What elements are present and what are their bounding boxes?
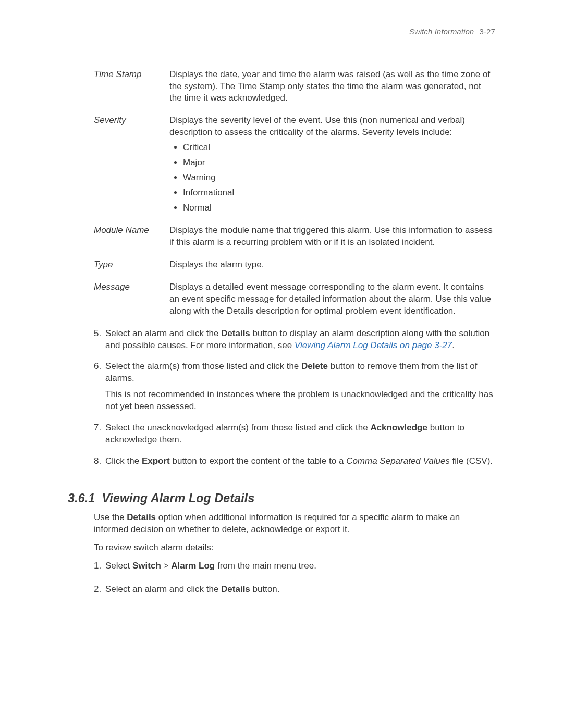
step-8: 8. Click the Export button to export the… bbox=[94, 455, 495, 472]
page: Switch Information 3-27 Time Stamp Displ… bbox=[0, 0, 563, 728]
step-number: 2. bbox=[94, 584, 105, 602]
severity-level: Major bbox=[183, 157, 495, 169]
definition-list: Time Stamp Displays the date, year and t… bbox=[94, 69, 495, 320]
def-term: Type bbox=[94, 259, 169, 271]
def-term: Severity bbox=[94, 115, 169, 127]
def-body: Displays the module name that triggered … bbox=[169, 225, 495, 252]
step-text: Select the alarm(s) from those listed an… bbox=[105, 361, 495, 385]
section-heading: 3.6.1 Viewing Alarm Log Details bbox=[68, 490, 495, 507]
severity-level: Normal bbox=[183, 202, 495, 214]
def-body: Displays the date, year and time the ala… bbox=[169, 69, 495, 108]
def-message: Message Displays a detailed event messag… bbox=[94, 281, 495, 320]
section-title: Viewing Alarm Log Details bbox=[102, 491, 255, 505]
step-subtext: This is not recommended in instances whe… bbox=[105, 389, 495, 413]
def-desc: Displays the alarm type. bbox=[169, 259, 495, 271]
severity-level: Informational bbox=[183, 187, 495, 199]
def-body: Displays the severity level of the event… bbox=[169, 115, 495, 217]
step-number: 6. bbox=[94, 361, 105, 417]
def-body: Displays a detailed event message corres… bbox=[169, 281, 495, 320]
step-number: 1. bbox=[94, 560, 105, 578]
step-body: Select an alarm and click the Details bu… bbox=[105, 584, 495, 602]
section-para-1: Use the Details option when additional i… bbox=[94, 512, 495, 536]
def-time-stamp: Time Stamp Displays the date, year and t… bbox=[94, 69, 495, 108]
delete-label: Delete bbox=[301, 361, 328, 371]
section-step-2: 2. Select an alarm and click the Details… bbox=[94, 584, 495, 602]
alarm-log-label: Alarm Log bbox=[171, 561, 215, 571]
def-desc: Displays the severity level of the event… bbox=[169, 115, 495, 139]
def-desc: Displays the module name that triggered … bbox=[169, 225, 495, 249]
severity-level: Critical bbox=[183, 142, 495, 154]
step-text: Select the unacknowledged alarm(s) from … bbox=[105, 422, 495, 446]
header-title: Switch Information bbox=[409, 28, 474, 36]
step-text: Select an alarm and click the Details bu… bbox=[105, 584, 495, 596]
header-pagenum: 3-27 bbox=[480, 28, 495, 36]
section-step-1: 1. Select Switch > Alarm Log from the ma… bbox=[94, 560, 495, 578]
csv-italic: Comma Separated Values bbox=[346, 456, 450, 466]
def-severity: Severity Displays the severity level of … bbox=[94, 115, 495, 217]
running-header: Switch Information 3-27 bbox=[78, 27, 495, 38]
section-para-2: To review switch alarm details: bbox=[94, 542, 495, 554]
def-type: Type Displays the alarm type. bbox=[94, 259, 495, 274]
section-number: 3.6.1 bbox=[68, 491, 95, 505]
def-body: Displays the alarm type. bbox=[169, 259, 495, 274]
acknowledge-label: Acknowledge bbox=[370, 423, 427, 433]
step-body: Click the Export button to export the co… bbox=[105, 455, 495, 472]
details-label: Details bbox=[127, 512, 156, 522]
step-body: Select the unacknowledged alarm(s) from … bbox=[105, 422, 495, 450]
def-module-name: Module Name Displays the module name tha… bbox=[94, 225, 495, 252]
def-desc: Displays a detailed event message corres… bbox=[169, 281, 495, 317]
details-label: Details bbox=[221, 584, 250, 594]
def-term: Module Name bbox=[94, 225, 169, 237]
step-number: 7. bbox=[94, 422, 105, 450]
step-text: Select an alarm and click the Details bu… bbox=[105, 328, 495, 352]
details-label: Details bbox=[221, 328, 250, 338]
severity-levels: Critical Major Warning Informational Nor… bbox=[169, 142, 495, 214]
viewing-alarm-log-details-link[interactable]: Viewing Alarm Log Details on page 3-27 bbox=[295, 340, 452, 350]
step-body: Select the alarm(s) from those listed an… bbox=[105, 361, 495, 417]
step-body: Select Switch > Alarm Log from the main … bbox=[105, 560, 495, 578]
severity-level: Warning bbox=[183, 172, 495, 184]
step-number: 5. bbox=[94, 328, 105, 356]
def-term: Time Stamp bbox=[94, 69, 169, 81]
step-body: Select an alarm and click the Details bu… bbox=[105, 328, 495, 356]
def-desc: Displays the date, year and time the ala… bbox=[169, 69, 495, 105]
section-body: Use the Details option when additional i… bbox=[94, 512, 495, 602]
step-7: 7. Select the unacknowledged alarm(s) fr… bbox=[94, 422, 495, 450]
step-text: Select Switch > Alarm Log from the main … bbox=[105, 560, 495, 572]
step-number: 8. bbox=[94, 455, 105, 472]
ordered-steps: 5. Select an alarm and click the Details… bbox=[94, 328, 495, 472]
export-label: Export bbox=[142, 456, 170, 466]
step-text: Click the Export button to export the co… bbox=[105, 455, 495, 467]
switch-label: Switch bbox=[132, 561, 161, 571]
step-5: 5. Select an alarm and click the Details… bbox=[94, 328, 495, 356]
step-6: 6. Select the alarm(s) from those listed… bbox=[94, 361, 495, 417]
def-term: Message bbox=[94, 281, 169, 293]
